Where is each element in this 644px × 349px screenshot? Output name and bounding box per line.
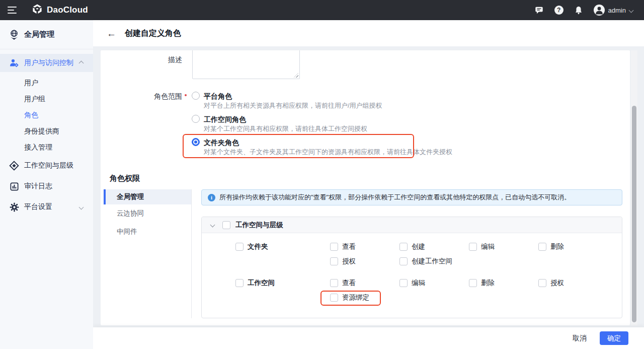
sidebar-item-audit-logs[interactable]: 审计日志 <box>0 176 93 196</box>
menu-toggle-icon[interactable] <box>8 7 18 14</box>
checkbox-item-folder-view[interactable]: 查看 <box>330 243 356 251</box>
sidebar-item-user-access-control[interactable]: 用户与访问控制 <box>0 54 93 72</box>
confirm-button[interactable]: 确定 <box>600 331 628 345</box>
checkbox-item-folder-delete[interactable]: 删除 <box>538 243 564 251</box>
permission-label: 查看 <box>342 278 356 288</box>
permission-label: 创建工作空间 <box>412 257 452 266</box>
info-icon: i <box>208 194 215 201</box>
tab-middleware[interactable]: 中间件 <box>104 223 191 241</box>
description-textarea[interactable] <box>192 50 300 79</box>
chevron-down-icon <box>629 8 634 13</box>
avatar <box>594 5 605 16</box>
notification-bell-icon[interactable] <box>574 6 583 15</box>
checkbox[interactable] <box>399 257 408 265</box>
checkbox-item-folder[interactable]: 文件夹 <box>235 243 268 251</box>
permission-group-body: 文件夹 查看 创建 编辑 删除 授权 <box>202 233 622 318</box>
audit-log-icon <box>9 182 20 191</box>
sidebar-item-user-groups[interactable]: 用户组 <box>0 91 93 107</box>
page-title: 创建自定义角色 <box>125 28 181 39</box>
globe-icon <box>9 29 20 40</box>
help-icon[interactable]: ? <box>554 6 564 15</box>
radio-workspace-role-desc: 对某个工作空间具有相应权限，请前往具体工作空间授权 <box>204 124 367 133</box>
topbar: DaoCloud ? admin <box>0 0 644 20</box>
radio-workspace-role-label[interactable]: 工作空间角色 <box>204 115 246 124</box>
permission-label: 删除 <box>481 278 495 288</box>
tab-global-management[interactable]: 全局管理 <box>104 189 191 204</box>
radio-platform-role-desc: 对平台上所有相关资源具有相应权限，请前往用户/用户组授权 <box>204 101 382 110</box>
checkbox-item-folder-create[interactable]: 创建 <box>399 243 425 251</box>
checkbox-item-workspace-authorize[interactable]: 授权 <box>538 279 564 287</box>
permission-group-panel: 工作空间与层级 文件夹 查看 创建 编辑 删除 <box>201 217 622 318</box>
sidebar-item-users[interactable]: 用户 <box>0 75 93 91</box>
back-arrow-icon[interactable]: ← <box>107 29 116 38</box>
username: admin <box>608 7 626 14</box>
permission-label: 删除 <box>550 242 564 251</box>
resource-label: 文件夹 <box>248 242 268 251</box>
checkbox-item-folder-create-workspace[interactable]: 创建工作空间 <box>399 257 452 265</box>
permission-label: 编辑 <box>412 278 425 288</box>
permission-tabs: 全局管理 云边协同 中间件 <box>104 189 191 241</box>
checkbox[interactable] <box>469 279 477 287</box>
permission-label: 授权 <box>342 257 356 266</box>
checkbox-item-workspace-resource-binding[interactable]: 资源绑定 <box>330 294 369 302</box>
checkbox-item-workspace-edit[interactable]: 编辑 <box>399 279 425 287</box>
checkbox[interactable] <box>469 243 477 251</box>
brand-name: DaoCloud <box>47 5 88 15</box>
sidebar-item-identity-providers[interactable]: 身份提供商 <box>0 123 93 139</box>
permission-label: 授权 <box>550 278 564 288</box>
checkbox[interactable] <box>399 279 408 287</box>
sidebar-item-workspace-hierarchy[interactable]: 工作空间与层级 <box>0 156 93 176</box>
checkbox-item-folder-authorize[interactable]: 授权 <box>330 257 356 265</box>
permission-group-label: 工作空间与层级 <box>235 221 283 230</box>
radio-workspace-role[interactable] <box>192 115 200 123</box>
checkbox[interactable] <box>538 279 546 287</box>
radio-folder-role-desc: 对某个文件夹、子文件夹及其工作空间下的资源具有相应权限，请前往具体文件夹授权 <box>204 148 452 157</box>
permissions-notice-banner: i 所有操作均依赖于该功能对应的"查看"权限，部分操作依赖于工作空间的查看或其他… <box>201 189 622 205</box>
radio-platform-role-label[interactable]: 平台角色 <box>204 92 232 101</box>
checkbox[interactable] <box>330 257 338 265</box>
resource-label: 工作空间 <box>248 278 275 288</box>
permission-label: 编辑 <box>481 242 495 251</box>
permission-group-header: 工作空间与层级 <box>202 217 622 233</box>
checkbox[interactable] <box>330 279 338 287</box>
message-icon[interactable] <box>534 6 544 15</box>
checkbox[interactable] <box>330 243 338 251</box>
checkbox[interactable] <box>330 294 338 302</box>
tabs-divider <box>191 189 192 318</box>
checkbox-item-folder-edit[interactable]: 编辑 <box>469 243 495 251</box>
scrollbar-thumb[interactable] <box>632 106 636 322</box>
resize-grip-icon[interactable] <box>294 73 298 78</box>
tab-cloud-edge[interactable]: 云边协同 <box>104 204 191 223</box>
footer-action-bar: 取消 确定 <box>93 327 644 349</box>
sidebar-item-platform-settings[interactable]: 平台设置 <box>0 197 93 217</box>
user-gear-icon <box>9 58 20 68</box>
gear-icon <box>9 202 20 212</box>
sidebar-item-roles[interactable]: 角色 <box>0 107 93 123</box>
sidebar-item-label: 平台设置 <box>24 202 52 212</box>
brand-logo[interactable]: DaoCloud <box>32 4 88 17</box>
checkbox[interactable] <box>399 243 408 251</box>
daocloud-cube-icon <box>32 4 43 17</box>
radio-folder-role-label[interactable]: 文件夹角色 <box>204 138 239 148</box>
collapse-chevron-icon[interactable] <box>210 223 215 228</box>
permissions-section-title: 角色权限 <box>110 174 140 183</box>
radio-platform-role[interactable] <box>192 92 200 100</box>
cancel-button[interactable]: 取消 <box>573 334 587 343</box>
checkbox-group-workspace-hierarchy[interactable] <box>222 221 230 229</box>
checkbox-item-workspace-view[interactable]: 查看 <box>330 279 356 287</box>
user-menu[interactable]: admin <box>594 5 633 16</box>
permission-label: 创建 <box>412 242 425 251</box>
checkbox[interactable] <box>538 243 546 251</box>
scrollbar-track[interactable] <box>631 50 637 325</box>
checkbox-item-workspace[interactable]: 工作空间 <box>235 279 275 287</box>
sidebar-item-access-management[interactable]: 接入管理 <box>0 139 93 155</box>
description-label: 描述 <box>151 55 182 64</box>
sidebar-submenu: 用户 用户组 角色 身份提供商 接入管理 <box>0 75 93 155</box>
checkbox[interactable] <box>235 243 244 251</box>
sidebar-item-label: 审计日志 <box>24 182 52 191</box>
create-role-form-card: 描述 角色范围 平台角色 对平台上所有相关资源具有相应权限，请前往用户/用户组授… <box>101 50 630 325</box>
checkbox-item-workspace-delete[interactable]: 删除 <box>469 279 495 287</box>
sidebar-item-global-management[interactable]: 全局管理 <box>0 20 93 49</box>
radio-folder-role[interactable] <box>192 138 200 146</box>
checkbox[interactable] <box>235 279 244 287</box>
